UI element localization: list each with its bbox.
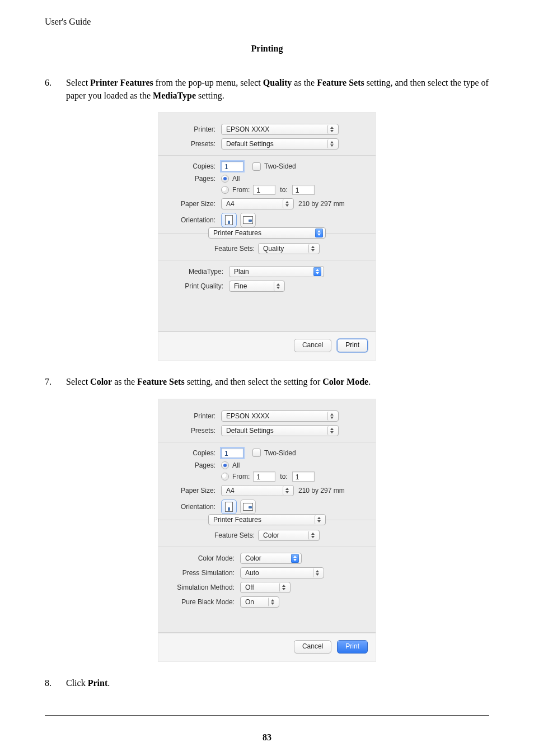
page-to-input[interactable]: 1 <box>292 185 315 195</box>
papersize-label: Paper Size: <box>167 487 221 494</box>
updown-icon <box>315 515 323 524</box>
twosided-checkbox[interactable]: Two-Sided <box>252 449 296 457</box>
updown-icon <box>327 412 336 421</box>
section-title: Printing <box>45 44 489 54</box>
updown-icon <box>308 531 317 540</box>
pages-all-radio[interactable]: All <box>221 175 240 183</box>
step-8: 8. Click Print. <box>45 676 489 689</box>
presets-select[interactable]: Default Settings <box>221 425 339 436</box>
checkbox-icon <box>252 162 261 171</box>
papersize-select[interactable]: A4 <box>221 485 294 496</box>
featuresets-select[interactable]: Quality <box>258 243 320 254</box>
step-text: Click Print. <box>66 676 110 689</box>
to-label: to: <box>275 186 292 194</box>
updown-icon <box>283 486 291 495</box>
mediatype-label: MediaType: <box>167 268 229 276</box>
radio-icon <box>221 186 229 194</box>
section-select[interactable]: Printer Features <box>208 227 326 239</box>
print-dialog-quality: Printer: EPSON XXXX Presets: Default Set… <box>158 112 376 361</box>
section-select[interactable]: Printer Features <box>208 514 326 525</box>
to-label: to: <box>275 473 292 480</box>
page-to-input[interactable]: 1 <box>292 472 315 482</box>
pages-from-label: From: <box>232 473 250 480</box>
cancel-button[interactable]: Cancel <box>294 640 331 654</box>
orientation-portrait[interactable] <box>221 500 237 514</box>
presets-label: Presets: <box>167 427 221 435</box>
updown-icon <box>327 139 336 148</box>
copies-input[interactable]: 1 <box>221 161 243 171</box>
page-from-input[interactable]: 1 <box>253 472 275 482</box>
page-number: 83 <box>45 719 489 743</box>
step-text: Select Printer Features from the pop-up … <box>66 76 489 102</box>
papersize-select[interactable]: A4 <box>221 198 294 209</box>
updown-icon <box>268 598 277 606</box>
featuresets-label: Feature Sets: <box>214 531 258 539</box>
updown-icon <box>308 244 317 253</box>
cancel-button[interactable]: Cancel <box>294 339 331 352</box>
presets-label: Presets: <box>167 140 221 148</box>
orientation-label: Orientation: <box>167 216 221 224</box>
mediatype-select[interactable]: Plain <box>229 266 324 277</box>
pureblack-label: Pure Black Mode: <box>167 598 240 606</box>
featuresets-select[interactable]: Color <box>258 530 320 541</box>
print-button[interactable]: Print <box>337 339 368 352</box>
pureblack-select[interactable]: On <box>240 596 279 608</box>
radio-icon <box>221 175 229 183</box>
copies-label: Copies: <box>167 449 221 457</box>
orientation-landscape[interactable] <box>240 500 256 514</box>
pages-from-radio[interactable]: From: <box>221 186 250 194</box>
paper-dimensions: 210 by 297 mm <box>294 200 345 208</box>
updown-icon <box>274 282 282 291</box>
radio-icon <box>221 461 229 469</box>
updown-icon <box>327 125 336 134</box>
updown-icon <box>313 267 321 276</box>
paper-dimensions: 210 by 297 mm <box>294 487 345 494</box>
updown-icon <box>279 583 288 592</box>
orientation-label: Orientation: <box>167 503 221 511</box>
printquality-label: Print Quality: <box>167 282 229 290</box>
printer-select[interactable]: EPSON XXXX <box>221 410 339 422</box>
step-7: 7. Select Color as the Feature Sets sett… <box>45 375 489 388</box>
pages-label: Pages: <box>167 175 221 183</box>
portrait-icon <box>225 215 233 225</box>
printer-label: Printer: <box>167 412 221 420</box>
print-dialog-color: Printer: EPSON XXXX Presets: Default Set… <box>158 399 376 662</box>
printer-label: Printer: <box>167 125 221 133</box>
pages-from-radio[interactable]: From: <box>221 473 250 480</box>
presets-select[interactable]: Default Settings <box>221 138 339 150</box>
twosided-checkbox[interactable]: Two-Sided <box>252 162 296 171</box>
pages-label: Pages: <box>167 461 221 469</box>
print-button[interactable]: Print <box>337 640 368 654</box>
guide-link[interactable]: User's Guide <box>45 17 91 26</box>
presssim-label: Press Simulation: <box>167 569 240 577</box>
step-text: Select Color as the Feature Sets setting… <box>66 375 371 388</box>
twosided-label: Two-Sided <box>264 162 296 170</box>
page-from-input[interactable]: 1 <box>253 185 275 195</box>
pages-all-label: All <box>232 461 240 469</box>
pages-all-label: All <box>232 175 240 183</box>
papersize-label: Paper Size: <box>167 200 221 208</box>
pages-from-label: From: <box>232 186 250 194</box>
printquality-select[interactable]: Fine <box>229 281 285 292</box>
copies-input[interactable]: 1 <box>221 448 243 458</box>
presssim-select[interactable]: Auto <box>240 567 324 578</box>
step-number: 7. <box>45 375 55 388</box>
pages-all-radio[interactable]: All <box>221 461 240 469</box>
colormode-select[interactable]: Color <box>240 553 302 564</box>
twosided-label: Two-Sided <box>264 449 296 457</box>
featuresets-label: Feature Sets: <box>214 245 258 253</box>
printer-select[interactable]: EPSON XXXX <box>221 124 339 135</box>
simmethod-select[interactable]: Off <box>240 582 291 593</box>
colormode-label: Color Mode: <box>167 554 240 562</box>
updown-icon <box>313 568 321 577</box>
copies-label: Copies: <box>167 162 221 170</box>
updown-icon <box>327 426 336 435</box>
step-number: 8. <box>45 676 55 689</box>
simmethod-label: Simulation Method: <box>167 584 240 591</box>
orientation-portrait[interactable] <box>221 213 237 227</box>
step-number: 6. <box>45 76 55 102</box>
updown-icon <box>315 228 323 237</box>
orientation-landscape[interactable] <box>240 213 256 227</box>
portrait-icon <box>225 502 233 512</box>
step-6: 6. Select Printer Features from the pop-… <box>45 76 489 102</box>
